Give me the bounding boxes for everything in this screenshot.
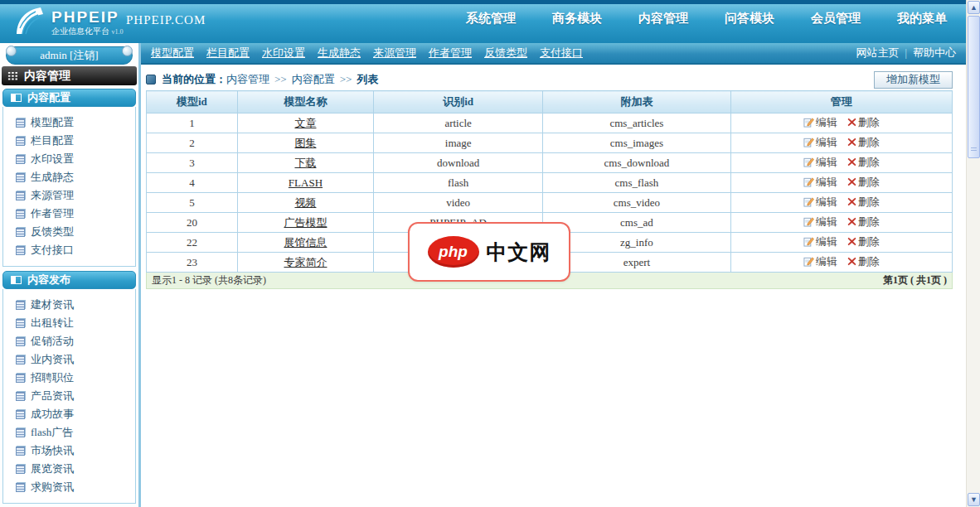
- delete-link[interactable]: 删除: [847, 155, 880, 170]
- model-name-link[interactable]: 文章: [294, 117, 316, 129]
- edit-label: 编辑: [816, 195, 837, 210]
- sidebar-menu-item[interactable]: 求购资讯: [16, 478, 135, 496]
- delete-label: 删除: [858, 234, 880, 249]
- edit-label: 编辑: [816, 135, 837, 150]
- delete-link[interactable]: 删除: [847, 195, 880, 210]
- records-info: 显示1 - 8 记录 (共8条记录): [152, 273, 266, 287]
- sidebar-menu-item[interactable]: 出租转让: [16, 314, 135, 332]
- thumb-grip-icon: [971, 147, 977, 152]
- sidebar-menu-item[interactable]: 栏目配置: [16, 132, 135, 150]
- sidebar-menu-item[interactable]: 支付接口: [16, 241, 135, 259]
- model-name-link[interactable]: 视频: [294, 196, 316, 209]
- edit-icon: [803, 157, 814, 167]
- top-nav-item[interactable]: 我的菜单: [897, 11, 947, 27]
- extra-table-cell: cms_articles: [543, 113, 730, 133]
- table-row: 3 下载 download cms_download 编辑: [147, 153, 953, 173]
- model-name-link[interactable]: 广告模型: [284, 216, 327, 229]
- manage-cell: 编辑 删除: [730, 153, 952, 173]
- shell-logo-icon: [15, 7, 45, 38]
- panel-header-content-config[interactable]: 内容配置: [2, 89, 136, 107]
- edit-link[interactable]: 编辑: [803, 254, 837, 269]
- sidebar-item-label: 展览资讯: [31, 461, 74, 476]
- toolbar-tab[interactable]: 水印设置: [262, 46, 305, 60]
- model-name-link[interactable]: 下载: [294, 157, 316, 169]
- edit-link[interactable]: 编辑: [803, 115, 837, 130]
- vertical-scrollbar[interactable]: ▲ ▼: [966, 0, 980, 507]
- scrollbar-thumb[interactable]: [968, 16, 980, 158]
- sidebar-item-label: 招聘职位: [31, 370, 74, 385]
- add-model-button[interactable]: 增加新模型: [874, 71, 953, 89]
- logout-link[interactable]: [注销]: [70, 49, 99, 61]
- model-id-cell: 22: [147, 233, 238, 253]
- sidebar-menu-item[interactable]: 招聘职位: [16, 369, 135, 387]
- page-icon: [16, 246, 25, 255]
- sidebar-menu-item[interactable]: 促销活动: [16, 332, 135, 350]
- delete-link[interactable]: 删除: [847, 115, 880, 130]
- edit-label: 编辑: [816, 155, 837, 170]
- model-name-link[interactable]: 图集: [294, 137, 316, 149]
- model-name-link[interactable]: 专家简介: [284, 256, 327, 268]
- sidebar-menu-item[interactable]: 生成静态: [16, 168, 135, 186]
- top-nav-item[interactable]: 系统管理: [466, 11, 516, 27]
- toolbar-tab[interactable]: 作者管理: [429, 46, 472, 60]
- model-name-link[interactable]: FLASH: [289, 176, 323, 189]
- top-nav-item[interactable]: 内容管理: [638, 11, 688, 27]
- edit-link[interactable]: 编辑: [803, 234, 837, 249]
- model-name-link[interactable]: 展馆信息: [284, 236, 327, 249]
- model-id-cell: 20: [147, 213, 238, 233]
- edit-link[interactable]: 编辑: [803, 175, 837, 190]
- delete-link[interactable]: 删除: [847, 254, 880, 269]
- edit-link[interactable]: 编辑: [803, 195, 837, 210]
- home-page-link[interactable]: 网站主页: [856, 46, 900, 60]
- sidebar-menu-item[interactable]: 模型配置: [16, 113, 135, 132]
- sidebar-menu-item[interactable]: 反馈类型: [16, 223, 135, 241]
- toolbar-tab[interactable]: 来源管理: [373, 46, 416, 60]
- toolbar-tab[interactable]: 模型配置: [151, 46, 194, 60]
- model-id-cell: 3: [147, 153, 238, 173]
- edit-link[interactable]: 编辑: [803, 155, 837, 170]
- sidebar-menu-item[interactable]: 市场快讯: [16, 442, 135, 460]
- page-icon: [16, 301, 25, 310]
- toolbar-tab[interactable]: 生成静态: [318, 46, 361, 60]
- app-header: PHPEIP 企业信息化平台 v1.0 PHPEIP.COM 系统管理商务模块内…: [0, 0, 980, 43]
- delete-icon: [847, 217, 856, 226]
- delete-icon: [847, 237, 856, 246]
- delete-link[interactable]: 删除: [847, 175, 880, 190]
- grid-icon: [7, 71, 18, 80]
- breadcrumb-level2[interactable]: 内容配置: [292, 73, 335, 85]
- delete-link[interactable]: 删除: [847, 135, 880, 150]
- page-icon: [16, 428, 25, 437]
- table-row: 5 视频 video cms_video 编辑: [147, 193, 953, 213]
- edit-link[interactable]: 编辑: [803, 215, 837, 229]
- toolbar-tab[interactable]: 反馈类型: [484, 46, 527, 60]
- model-name-cell: FLASH: [237, 173, 373, 193]
- sidebar-menu-item[interactable]: 建材资讯: [16, 296, 135, 314]
- top-nav-item[interactable]: 问答模块: [725, 11, 774, 27]
- top-nav-item[interactable]: 商务模块: [552, 11, 602, 27]
- scroll-up-button[interactable]: ▲: [968, 1, 980, 14]
- sidebar-menu-item[interactable]: 产品资讯: [16, 387, 135, 405]
- panel-header-content-publish[interactable]: 内容发布: [2, 271, 136, 289]
- model-name-cell: 下载: [237, 153, 373, 173]
- toolbar-tab[interactable]: 支付接口: [540, 46, 583, 60]
- sidebar-menu-item[interactable]: 展览资讯: [16, 460, 135, 478]
- sidebar-menu-item[interactable]: 作者管理: [16, 205, 135, 223]
- sidebar-menu-item[interactable]: 来源管理: [16, 186, 135, 205]
- delete-link[interactable]: 删除: [847, 215, 880, 229]
- sidebar-menu-item[interactable]: flash广告: [16, 423, 135, 442]
- edit-link[interactable]: 编辑: [803, 135, 837, 150]
- model-id-cell: 4: [147, 173, 238, 193]
- edit-icon: [803, 137, 814, 147]
- top-nav-item[interactable]: 会员管理: [811, 11, 861, 27]
- help-center-link[interactable]: 帮助中心: [913, 46, 956, 60]
- page-icon: [16, 465, 25, 474]
- delete-link[interactable]: 删除: [847, 234, 880, 249]
- breadcrumb-level1[interactable]: 内容管理: [226, 73, 269, 85]
- scroll-down-button[interactable]: ▼: [968, 493, 980, 506]
- sidebar-menu-item[interactable]: 水印设置: [16, 150, 135, 168]
- sidebar-panel-content-publish: 内容发布 建材资讯 出租转让 促销活动: [2, 271, 136, 504]
- breadcrumb-row: 当前的位置：内容管理>>内容配置>>列表 增加新模型: [146, 69, 953, 90]
- sidebar-menu-item[interactable]: 成功故事: [16, 405, 135, 423]
- sidebar-menu-item[interactable]: 业内资讯: [16, 350, 135, 369]
- toolbar-tab[interactable]: 栏目配置: [206, 46, 250, 60]
